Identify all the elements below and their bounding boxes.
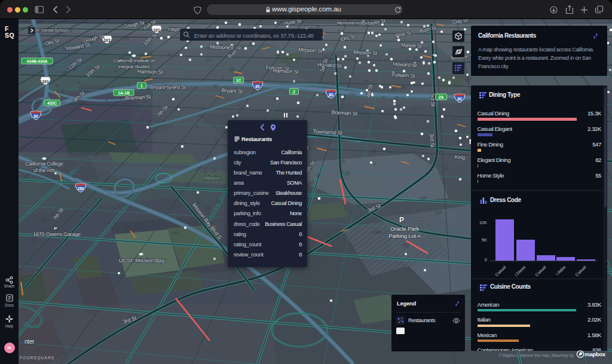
svg-text:101: 101 xyxy=(153,28,160,32)
svg-text:Mission Cr: Mission Cr xyxy=(204,175,228,181)
svg-text:Mission St: Mission St xyxy=(353,49,378,56)
svg-text:California College: California College xyxy=(25,161,63,167)
svg-text:Howard St: Howard St xyxy=(393,61,417,68)
svg-text:1A-1B: 1A-1B xyxy=(118,91,130,95)
svg-text:Memorial Hospital: Memorial Hospital xyxy=(337,20,371,26)
svg-text:280: 280 xyxy=(77,186,84,191)
svg-text:80: 80 xyxy=(457,97,462,101)
svg-text:Mission St: Mission St xyxy=(298,47,323,54)
svg-text:1670 Owens Garage: 1670 Owens Garage xyxy=(33,231,81,237)
svg-text:Bryant St: Bryant St xyxy=(221,87,243,94)
svg-text:mapbox: mapbox xyxy=(585,351,606,357)
svg-text:80: 80 xyxy=(329,93,333,97)
svg-text:California Institute of: California Institute of xyxy=(114,58,155,63)
svg-text:Market St: Market St xyxy=(401,42,423,49)
svg-text:P: P xyxy=(399,216,404,224)
svg-text:Bryant St: Bryant St xyxy=(150,84,172,90)
svg-text:Mission St: Mission St xyxy=(210,44,234,50)
svg-text:nter: nter xyxy=(25,338,35,345)
svg-text:101: 101 xyxy=(42,79,49,84)
svg-text:3rd St: 3rd St xyxy=(429,93,436,107)
svg-text:101: 101 xyxy=(103,38,111,42)
svg-text:Integral Studies: Integral Studies xyxy=(118,64,150,69)
svg-text:of the Arts: of the Arts xyxy=(33,167,55,173)
svg-text:80: 80 xyxy=(33,114,38,118)
svg-text:1C: 1C xyxy=(236,78,241,82)
svg-text:2A: 2A xyxy=(439,95,444,99)
svg-text:P: P xyxy=(54,226,57,231)
svg-text:3rd St: 3rd St xyxy=(429,133,436,148)
svg-text:434B-434A: 434B-434A xyxy=(27,59,48,63)
svg-text:Folsom St: Folsom St xyxy=(392,72,416,79)
svg-text:80: 80 xyxy=(255,84,260,88)
svg-text:2: 2 xyxy=(293,90,295,94)
svg-text:King: King xyxy=(454,154,465,160)
svg-text:UCSF Mission Bay: UCSF Mission Bay xyxy=(119,257,165,264)
svg-text:Oracle Park: Oracle Park xyxy=(390,225,419,232)
svg-text:Parking Lot A: Parking Lot A xyxy=(388,233,421,239)
svg-text:1: 1 xyxy=(140,84,143,88)
svg-text:433C: 433C xyxy=(47,101,57,105)
